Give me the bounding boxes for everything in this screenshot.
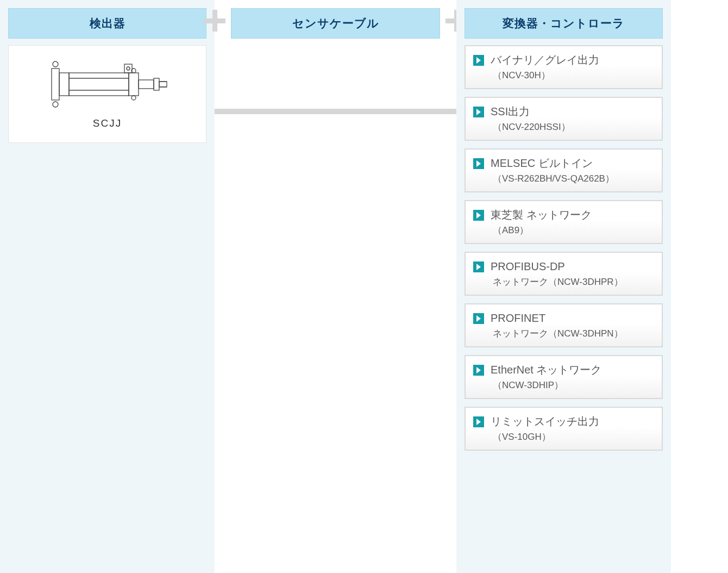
controller-item-title: EtherNet ネットワーク: [491, 363, 654, 377]
controller-item-title: リミットスイッチ出力: [491, 414, 654, 428]
arrow-right-icon: [473, 365, 484, 376]
svg-rect-7: [124, 64, 132, 73]
controller-item-title: SSI出力: [491, 104, 654, 119]
controller-item-profinet[interactable]: PROFINET ネットワーク（NCW-3DHPN）: [465, 303, 663, 347]
controller-item-text: PROFIBUS-DP ネットワーク（NCW-3DHPR）: [491, 259, 654, 288]
detector-column: 検出器: [0, 0, 215, 573]
layout-columns: 検出器: [0, 0, 728, 573]
svg-rect-3: [59, 73, 69, 96]
controller-item-limit-switch[interactable]: リミットスイッチ出力 （VS-10GH）: [465, 407, 663, 451]
controller-item-ssi[interactable]: SSI出力 （NCV-220HSSI）: [465, 97, 663, 141]
svg-rect-0: [52, 68, 59, 100]
detector-product-label: SCJJ: [14, 117, 200, 129]
svg-rect-12: [139, 80, 154, 89]
controller-item-title: バイナリ／グレイ出力: [491, 53, 654, 67]
plus-icon: [204, 10, 225, 32]
controller-item-sub: （NCV-220HSSI）: [491, 121, 654, 133]
controller-item-text: EtherNet ネットワーク （NCW-3DHIP）: [491, 363, 654, 391]
horizontal-divider: [215, 109, 456, 114]
svg-point-1: [53, 61, 58, 67]
controller-list: バイナリ／グレイ出力 （NCV-30H） SSI出力 （NCV-220HSSI）…: [465, 45, 663, 451]
arrow-right-icon: [473, 158, 484, 169]
controller-item-profibus[interactable]: PROFIBUS-DP ネットワーク（NCW-3DHPR）: [465, 252, 663, 296]
controller-item-melsec[interactable]: MELSEC ビルトイン （VS-R262BH/VS-QA262B）: [465, 148, 663, 192]
detector-product-card[interactable]: SCJJ: [8, 45, 206, 143]
svg-point-2: [53, 102, 58, 107]
controller-item-sub: （NCW-3DHIP）: [491, 379, 654, 391]
detector-title: 検出器: [8, 8, 206, 39]
controller-item-text: リミットスイッチ出力 （VS-10GH）: [491, 414, 654, 443]
svg-point-8: [127, 67, 130, 70]
arrow-right-icon: [473, 107, 484, 117]
cylinder-illustration: [45, 57, 170, 111]
controller-item-sub: （NCV-30H）: [491, 69, 654, 82]
arrow-right-icon: [473, 313, 484, 324]
arrow-right-icon: [473, 210, 484, 221]
controller-item-text: MELSEC ビルトイン （VS-R262BH/VS-QA262B）: [491, 156, 654, 185]
controller-item-sub: （VS-10GH）: [491, 431, 654, 443]
controller-column: 変換器・コントローラ バイナリ／グレイ出力 （NCV-30H） SSI出力 （N…: [456, 0, 671, 573]
svg-rect-13: [154, 78, 159, 90]
arrow-right-icon: [473, 416, 484, 427]
controller-item-ethernet[interactable]: EtherNet ネットワーク （NCW-3DHIP）: [465, 355, 663, 399]
controller-item-text: SSI出力 （NCV-220HSSI）: [491, 104, 654, 133]
controller-item-title: PROFIBUS-DP: [491, 259, 654, 273]
sensor-cable-title: センサケーブル: [231, 8, 440, 39]
svg-rect-4: [69, 73, 129, 96]
controller-item-sub: （VS-R262BH/VS-QA262B）: [491, 172, 654, 185]
controller-item-sub: ネットワーク（NCW-3DHPN）: [491, 327, 654, 340]
controller-title: 変換器・コントローラ: [465, 8, 663, 39]
controller-item-text: 東芝製 ネットワーク （AB9）: [491, 208, 654, 236]
svg-point-11: [131, 96, 136, 100]
sensor-cable-column: センサケーブル: [215, 0, 456, 573]
controller-item-title: PROFINET: [491, 311, 654, 325]
controller-item-binary-gray[interactable]: バイナリ／グレイ出力 （NCV-30H）: [465, 45, 663, 89]
arrow-right-icon: [473, 261, 484, 272]
svg-rect-9: [129, 73, 139, 96]
controller-item-title: MELSEC ビルトイン: [491, 156, 654, 170]
svg-rect-14: [159, 82, 167, 87]
controller-item-text: バイナリ／グレイ出力 （NCV-30H）: [491, 53, 654, 82]
controller-item-sub: （AB9）: [491, 224, 654, 236]
controller-item-title: 東芝製 ネットワーク: [491, 208, 654, 222]
controller-item-toshiba[interactable]: 東芝製 ネットワーク （AB9）: [465, 200, 663, 244]
controller-item-text: PROFINET ネットワーク（NCW-3DHPN）: [491, 311, 654, 340]
controller-item-sub: ネットワーク（NCW-3DHPR）: [491, 276, 654, 288]
arrow-right-icon: [473, 55, 484, 66]
